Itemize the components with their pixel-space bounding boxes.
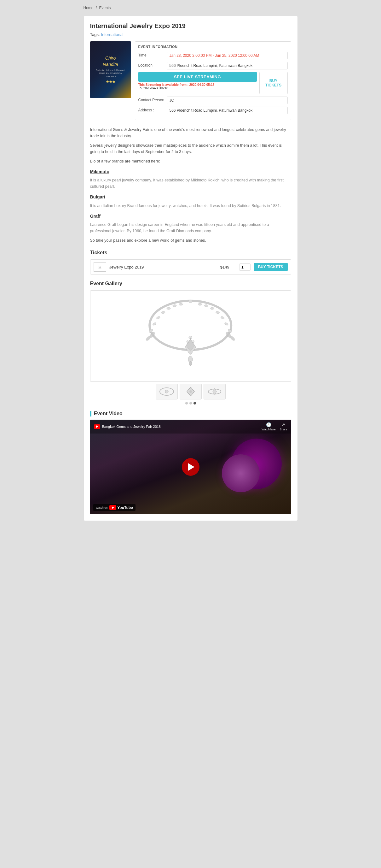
gallery-section: Event Gallery <box>90 281 291 404</box>
time-label: Time <box>138 52 167 57</box>
play-button[interactable] <box>182 458 200 476</box>
time-row: Time Jan 23, 2020 2:00:00 PM - Jun 25, 2… <box>138 52 288 59</box>
tickets-heading: Tickets <box>90 250 291 255</box>
youtube-logo: YouTube <box>109 505 133 510</box>
description-1: International Gems & Jewelry Fair is one… <box>90 126 291 139</box>
description-3: Bio of a few brands are mentioned here: <box>90 158 291 164</box>
gallery-heading: Event Gallery <box>90 281 291 286</box>
event-info-section: ChiroNandita Exclusive, Intense & Diamon… <box>90 41 291 120</box>
buy-tickets-button[interactable]: BUY TICKETS <box>254 263 288 271</box>
main-card: International Jewelry Expo 2019 Tags: In… <box>83 16 298 521</box>
svg-point-14 <box>224 322 229 326</box>
buy-tickets-box: BUY TICKETS <box>259 72 288 94</box>
watch-later-button[interactable]: 🕐 Watch later <box>262 422 276 431</box>
youtube-logo-icon <box>109 505 116 510</box>
tickets-section: Tickets 🖼 Jewelry Expo 2019 $149 BUY TIC… <box>90 250 291 275</box>
live-streaming-button[interactable]: SEE LIVE STREAMING <box>138 72 257 82</box>
gallery-thumbnails <box>90 384 291 399</box>
streaming-note: This Streaming is available from : 2020-… <box>138 83 257 87</box>
event-poster: ChiroNandita Exclusive, Intense & Diamon… <box>90 41 131 98</box>
gallery-dots <box>90 402 291 404</box>
description-section: International Gems & Jewelry Fair is one… <box>90 126 291 244</box>
video-header-bar: Bangkok Gems and Jewelry Fair 2018 🕐 Wat… <box>90 420 291 434</box>
gallery-thumb-1[interactable] <box>156 384 178 399</box>
svg-point-13 <box>220 316 225 319</box>
location-row: Location 566 Ploenchit Road Lumpini, Pat… <box>138 62 288 69</box>
tag-international[interactable]: International <box>101 32 124 37</box>
streaming-left: SEE LIVE STREAMING This Streaming is ava… <box>138 72 257 90</box>
event-video-section: Event Video Bangkok Gems and Jewelry Fai… <box>90 411 291 514</box>
brand1-desc: It is a luxury pearl jewelry company. It… <box>90 177 291 190</box>
svg-point-31 <box>189 390 192 393</box>
flower-decoration-2 <box>222 454 260 492</box>
youtube-play-small <box>96 425 98 428</box>
necklace-svg <box>100 295 280 377</box>
svg-point-2 <box>152 322 157 326</box>
contact-value: JC <box>167 97 288 104</box>
event-info-header: EVENT INFORMATION <box>138 45 288 49</box>
youtube-small-icon <box>94 424 100 429</box>
gallery-dot-2[interactable] <box>189 402 192 404</box>
ticket-name: Jewelry Expo 2019 <box>109 265 217 270</box>
breadcrumb-events[interactable]: Events <box>99 6 111 10</box>
address-value: 566 Ploenchit Road Lumpini, Patumwan Ban… <box>167 106 288 114</box>
gallery-thumb-3[interactable] <box>204 384 226 399</box>
brand2-heading: Bulgari <box>90 193 291 200</box>
video-title-text: Bangkok Gems and Jewelry Fair 2018 <box>102 425 161 429</box>
brand2-desc: It is an Italian Luxury Brand famous for… <box>90 203 291 209</box>
contact-label: Contact Person <box>138 97 167 102</box>
closing-text: So take your passes and explore a new wo… <box>90 237 291 244</box>
buy-tickets-link[interactable]: BUY TICKETS <box>263 79 284 87</box>
ticket-quantity[interactable] <box>239 264 250 271</box>
breadcrumb: Home / Events <box>83 3 298 12</box>
time-value: Jan 23, 2020 2:00:00 PM - Jun 25, 2020 1… <box>167 52 288 59</box>
ticket-price: $149 <box>220 265 236 270</box>
gallery-dot-1[interactable] <box>185 402 188 404</box>
video-title-bar: Bangkok Gems and Jewelry Fair 2018 <box>94 424 161 429</box>
youtube-logo-text: YouTube <box>117 505 133 510</box>
breadcrumb-separator: / <box>96 6 97 10</box>
watch-later-label: Watch later <box>262 428 276 431</box>
brand3-desc: Laurence Graff began his design career i… <box>90 221 291 234</box>
gallery-main-image <box>90 290 291 382</box>
share-icon: ↗ <box>281 422 285 427</box>
contact-row: Contact Person JC <box>138 97 288 104</box>
video-container[interactable]: Bangkok Gems and Jewelry Fair 2018 🕐 Wat… <box>90 420 291 514</box>
svg-point-5 <box>167 307 171 310</box>
streaming-area: SEE LIVE STREAMING This Streaming is ava… <box>138 72 288 94</box>
tags-row: Tags: International <box>90 32 291 37</box>
svg-point-11 <box>210 307 214 310</box>
location-value: 566 Ploenchit Road Lumpini, Patumwan Ban… <box>167 62 288 69</box>
svg-point-4 <box>161 311 166 314</box>
share-label: Share <box>280 428 287 431</box>
address-label: Address : <box>138 106 167 112</box>
svg-point-6 <box>173 305 176 307</box>
brand1-heading: Mikimoto <box>90 168 291 175</box>
ticket-image: 🖼 <box>94 262 106 272</box>
svg-point-20 <box>192 340 195 343</box>
youtube-logo-play <box>112 506 114 509</box>
svg-point-19 <box>186 340 189 343</box>
svg-point-12 <box>215 311 220 314</box>
tags-label: Tags: <box>90 32 100 37</box>
event-details-box: EVENT INFORMATION Time Jan 23, 2020 2:00… <box>135 41 291 120</box>
video-section-heading: Event Video <box>90 411 291 416</box>
description-2: Several jewelry designers showcase their… <box>90 142 291 155</box>
watch-later-icon: 🕐 <box>266 422 271 427</box>
svg-point-3 <box>156 316 161 319</box>
svg-point-7 <box>179 303 183 305</box>
video-controls-right: 🕐 Watch later ↗ Share <box>262 422 287 431</box>
streaming-to: To: 2020-04-30 06:18 <box>138 87 257 90</box>
breadcrumb-home[interactable]: Home <box>83 6 94 10</box>
svg-point-22 <box>189 361 192 366</box>
gallery-dot-3[interactable] <box>194 402 196 404</box>
brand3-heading: Graff <box>90 213 291 220</box>
gallery-thumb-2[interactable] <box>180 384 202 399</box>
location-label: Location <box>138 62 167 67</box>
youtube-badge: Watch on YouTube <box>93 504 136 511</box>
share-button[interactable]: ↗ Share <box>280 422 287 431</box>
play-icon <box>188 463 195 471</box>
svg-point-10 <box>205 305 208 307</box>
svg-point-29 <box>165 390 168 393</box>
svg-point-9 <box>198 303 202 305</box>
